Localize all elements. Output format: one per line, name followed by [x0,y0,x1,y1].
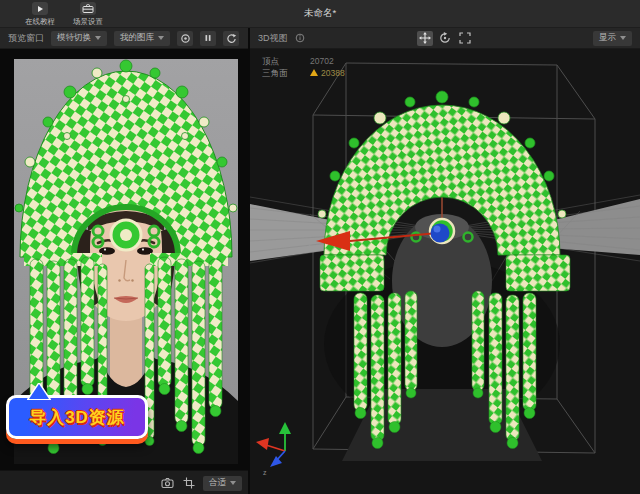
my-gallery-label: 我的图库 [120,32,154,44]
chevron-down-icon [158,36,164,40]
crop-icon [183,477,195,489]
rotate-tool-button[interactable] [437,31,453,46]
pause-icon [203,33,213,43]
chevron-down-icon [95,36,101,40]
preview-body: 导入3D资源 [0,49,248,471]
import-3d-assets-button[interactable]: 导入3D资源 [6,395,148,439]
viewport-canvas[interactable]: x z [250,49,640,494]
chevron-down-icon [620,36,626,40]
fit-label: 合适 [209,477,226,489]
preview-panel-header: 预览窗口 模特切换 我的图库 [0,28,248,49]
model-switch-dropdown[interactable]: 模特切换 [51,31,107,46]
fit-dropdown[interactable]: 合适 [203,476,242,491]
crop-button[interactable] [181,476,197,491]
x-axis-label: x [308,242,312,249]
vertices-label: 顶点 [262,55,310,67]
mesh-stats: 顶点 20702 三角面 20388 [262,55,345,79]
rotate-icon [439,32,451,44]
viewport-panel-header: 3D视图 [250,28,640,49]
display-label: 显示 [599,32,616,44]
refresh-icon [226,33,237,44]
preview-panel: 预览窗口 模特切换 我的图库 [0,28,248,494]
callout-pointer [27,383,51,400]
model-switch-label: 模特切换 [57,32,91,44]
faces-value: 20388 [321,67,345,79]
app-window: 在线教程 场景设置 未命名* 预览窗口 模特切换 [0,0,640,494]
refresh-button[interactable] [223,31,239,46]
pause-button[interactable] [200,31,216,46]
top-bar: 在线教程 场景设置 未命名* [0,0,640,28]
fullscreen-button[interactable] [457,31,473,46]
move-icon [419,32,431,44]
vertices-value: 20702 [310,55,334,67]
info-icon[interactable] [295,33,305,43]
preview-panel-title: 预览窗口 [8,32,44,45]
vertices-stat: 顶点 20702 [262,55,345,67]
camera-icon [161,477,174,489]
main-area: 预览窗口 模特切换 我的图库 [0,28,640,494]
pivot-sphere[interactable] [431,224,450,243]
chevron-down-icon [230,481,236,485]
faces-stat: 三角面 20388 [262,67,345,79]
camera-button[interactable] [159,476,175,491]
warning-icon [310,69,318,76]
document-title: 未命名* [0,7,640,20]
viewport-toolbar [417,31,473,46]
viewport-panel: 3D视图 [250,28,640,494]
viewport-panel-title: 3D视图 [258,32,288,45]
import-3d-assets-label: 导入3D资源 [29,406,125,429]
my-gallery-dropdown[interactable]: 我的图库 [114,31,170,46]
display-dropdown[interactable]: 显示 [593,31,632,46]
preview-bottom-bar: 合适 [0,470,248,494]
3d-scene[interactable]: x z [250,49,640,494]
capture-icon [180,33,191,44]
z-axis-label: z [263,469,267,476]
faces-label: 三角面 [262,67,310,79]
move-tool-button[interactable] [417,31,433,46]
fullscreen-icon [459,32,471,44]
capture-button[interactable] [177,31,193,46]
